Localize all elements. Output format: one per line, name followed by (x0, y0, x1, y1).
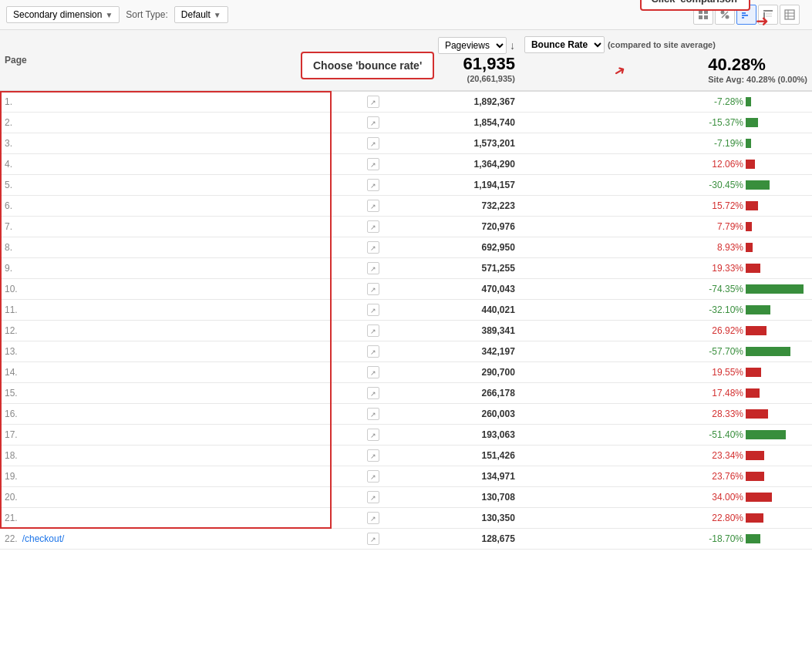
bounce-rate-cell: 28.33% (520, 404, 812, 425)
row-link-icon[interactable]: ↗ (367, 283, 379, 295)
icon-cell: ↗ (357, 508, 389, 529)
pageviews-cell: 571,255 (389, 258, 519, 279)
row-link-icon[interactable]: ↗ (367, 366, 379, 378)
table-row: 16.↗260,00328.33% (0, 404, 812, 425)
row-link-icon[interactable]: ↗ (367, 96, 379, 108)
sort-down-icon: ↓ (510, 39, 515, 52)
row-link-icon[interactable]: ↗ (367, 158, 379, 170)
row-link-icon[interactable]: ↗ (367, 387, 379, 399)
pageviews-cell: 130,708 (389, 487, 519, 508)
bounce-rate-bar (746, 429, 807, 440)
row-link-icon[interactable]: ↗ (367, 512, 379, 524)
bounce-rate-value: 12.06% (701, 159, 743, 170)
row-link-icon[interactable]: ↗ (367, 220, 379, 233)
pageviews-cell: 720,976 (389, 217, 519, 237)
bounce-rate-bar (746, 471, 807, 482)
row-link-icon[interactable]: ↗ (367, 137, 379, 150)
row-link-icon[interactable]: ↗ (367, 200, 379, 212)
bounce-rate-cell: 19.55% (520, 362, 812, 383)
row-link-icon[interactable]: ↗ (367, 470, 379, 483)
bounce-rate-header: Bounce Rate (compared to site average) 4… (520, 30, 812, 91)
table-row: 10.↗470,043-74.35% (0, 279, 812, 300)
page-header-label: Page (5, 55, 27, 66)
table-row: 17.↗193,063-51.40% (0, 425, 812, 446)
pageviews-cell: 1,364,290 (389, 154, 519, 175)
table-row: 6.↗732,22315.72% (0, 196, 812, 217)
page-name-cell: 11. (0, 300, 357, 321)
bounce-rate-dropdown[interactable]: Bounce Rate (524, 36, 605, 53)
icon-cell: ↗ (357, 321, 389, 341)
table-row: 9.↗571,25519.33% (0, 258, 812, 279)
pageviews-dropdown[interactable]: Pageviews (438, 37, 507, 54)
sort-arrow-icon: ▼ (214, 11, 221, 19)
row-link-icon[interactable]: ↗ (367, 116, 379, 129)
icon-cell: ↗ (357, 279, 389, 300)
pageviews-cell: 290,700 (389, 362, 519, 383)
row-num-label: 13. (5, 346, 18, 357)
bounce-rate-value: -18.70% (701, 533, 743, 544)
row-link-icon[interactable]: ↗ (367, 262, 379, 274)
table-view-button[interactable] (780, 5, 800, 25)
bounce-rate-value: 23.76% (701, 471, 743, 482)
row-link-icon[interactable]: ↗ (367, 179, 379, 191)
row-link-icon[interactable]: ↗ (367, 304, 379, 316)
comparison-note: (compared to site average) (608, 40, 716, 49)
bounce-rate-cell: -30.45% (520, 175, 812, 196)
percentage-view-button[interactable] (715, 5, 735, 25)
row-num-label: 20. (5, 492, 18, 503)
row-num-label: 4. (5, 159, 12, 170)
page-link[interactable]: /checkout/ (22, 533, 65, 544)
table-row: 18.↗151,42623.34% (0, 446, 812, 466)
pageviews-cell: 266,178 (389, 383, 519, 404)
row-num-label: 22. (5, 533, 18, 544)
row-link-icon[interactable]: ↗ (367, 429, 379, 441)
main-table-container: Choose 'bounce rate' ➜ Page Pageviews ↓ (0, 30, 812, 550)
icon-cell: ↗ (357, 383, 389, 404)
svg-rect-11 (763, 12, 765, 19)
row-link-icon[interactable]: ↗ (367, 345, 379, 358)
bounce-rate-bar (746, 263, 807, 274)
bounce-rate-cell: 7.79% (520, 217, 812, 237)
sort-type-dropdown[interactable]: Default ▼ (174, 6, 228, 23)
bounce-rate-value: -57.70% (701, 346, 743, 357)
bounce-rate-cell: -7.28% (520, 91, 812, 113)
bounce-rate-bar (746, 325, 807, 336)
page-name-cell: 3. (0, 133, 357, 154)
row-link-icon[interactable]: ↗ (367, 491, 379, 503)
page-name-cell: 18. (0, 446, 357, 466)
bounce-rate-cell: 12.06% (520, 154, 812, 175)
row-num-label: 21. (5, 513, 18, 523)
row-num-label: 11. (5, 304, 18, 315)
row-link-icon[interactable]: ↗ (367, 408, 379, 420)
row-link-icon[interactable]: ↗ (367, 324, 379, 337)
row-num-label: 1. (5, 96, 12, 107)
bounce-rate-bar (746, 180, 807, 190)
pivot-view-button[interactable] (758, 5, 778, 25)
compare-pv-value: (20,661,935) (467, 74, 515, 83)
table-row: 11.↗440,021-32.10% (0, 300, 812, 321)
bounce-rate-value: -15.37% (701, 117, 743, 128)
compare-pageviews: (20,661,935) (394, 74, 514, 83)
toolbar: Secondary dimension ▼ Sort Type: Default… (0, 0, 812, 30)
table-row: 1.↗1,892,367-7.28% (0, 91, 812, 113)
comparison-note-text: (compared to site average) (608, 40, 716, 49)
row-num-label: 12. (5, 325, 18, 336)
pageviews-cell: 260,003 (389, 404, 519, 425)
row-link-icon[interactable]: ↗ (367, 533, 379, 545)
pageviews-cell: 440,021 (389, 300, 519, 321)
page-name-cell: 17. (0, 425, 357, 446)
bounce-rate-cell: 23.34% (520, 446, 812, 466)
secondary-dimension-dropdown[interactable]: Secondary dimension ▼ (6, 6, 120, 23)
bounce-rate-value: -30.45% (701, 180, 743, 190)
page-header: Page (0, 30, 357, 91)
comparison-view-button[interactable] (736, 5, 756, 25)
pageviews-cell: 130,350 (389, 508, 519, 529)
row-link-icon[interactable]: ↗ (367, 241, 379, 254)
svg-rect-8 (742, 15, 748, 16)
row-link-icon[interactable]: ↗ (367, 449, 379, 462)
svg-rect-14 (785, 10, 794, 19)
sort-type-label: Sort Type: (126, 9, 167, 20)
bounce-rate-cell: -51.40% (520, 425, 812, 446)
data-view-button[interactable] (693, 5, 713, 25)
bounce-rate-cell: -15.37% (520, 113, 812, 133)
